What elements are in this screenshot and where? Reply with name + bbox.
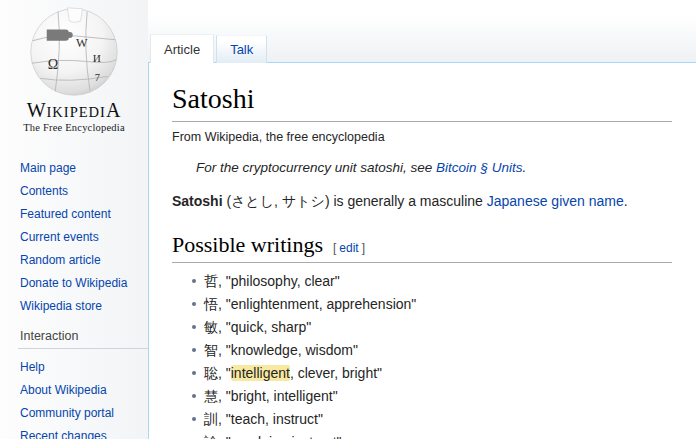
tab-article[interactable]: Article [150,34,214,63]
kanji-character: 敏 [204,319,218,335]
site-subtitle: From Wikipedia, the free encyclopedia [172,130,672,144]
wikipedia-globe-icon: Ω W И 7 [27,5,121,99]
globe-glyph-7: 7 [95,72,100,83]
writings-item: 智, "knowledge, wisdom" [191,342,672,358]
edit-bracket-open: [ [333,241,336,255]
sidebar: Ω W И 7 WIKIPEDIA The Free Encyclopedia … [0,0,148,439]
sidebar-link-featured-content[interactable]: Featured content [20,207,111,221]
kanji-character: 哲 [204,273,218,289]
sidebar-link-contents[interactable]: Contents [20,184,68,198]
writings-item: 敏, "quick, sharp" [191,319,672,335]
lead-paragraph: Satoshi (さとし, サトシ) is generally a mascul… [172,192,672,211]
page-tabs: ArticleTalk [150,34,267,63]
writings-text: , clever, bright" [290,365,382,381]
hatnote: For the cryptocurrency unit satoshi, see… [196,160,672,175]
sidebar-nav-item: Featured content [20,204,148,222]
sidebar-nav-item: Random article [20,250,148,268]
globe-glyph-w: W [76,36,88,50]
sidebar-nav-item: Contents [20,181,148,199]
section-heading-possible-writings: Possible writings[edit] [172,233,672,263]
hatnote-period: . [522,160,526,175]
sidebar-link-current-events[interactable]: Current events [20,230,99,244]
tab-talk[interactable]: Talk [216,35,267,63]
sidebar-link-community-portal[interactable]: Community portal [20,406,114,420]
lead-subject: Satoshi [172,193,223,209]
writings-text: , "enlightenment, apprehension" [218,296,416,312]
section-heading-text: Possible writings [172,232,323,257]
kanji-character: 聡 [204,365,218,381]
writings-text: , "bright, intelligent" [218,388,338,404]
sidebar-nav-item: Wikipedia store [20,296,148,314]
japanese-given-name-link[interactable]: Japanese given name [487,193,624,209]
writings-item: 哲, "philosophy, clear" [191,273,672,289]
writings-item: 訓, "teach, instruct" [191,411,672,427]
kanji-character: 智 [204,342,218,358]
writings-text: , "quick, sharp" [218,319,311,335]
lead-text: (さとし, サトシ) is generally a masculine [223,193,487,209]
sidebar-link-help[interactable]: Help [20,360,45,374]
writings-text: , "knowledge, wisdom" [218,342,358,358]
kanji-character: 諭 [204,434,218,439]
sidebar-link-random-article[interactable]: Random article [20,253,101,267]
writings-text: , "proclaim, instruct" [218,434,342,439]
writings-item: 悟, "enlightenment, apprehension" [191,296,672,312]
writings-text: , "philosophy, clear" [218,273,340,289]
kanji-character: 悟 [204,296,218,312]
sidebar-link-about-wikipedia[interactable]: About Wikipedia [20,383,107,397]
sidebar-section-title: Interaction [18,329,148,349]
kanji-character: 訓 [204,411,218,427]
writings-item: 諭, "proclaim, instruct" [191,434,672,439]
writings-text: , " [218,365,231,381]
globe-glyph-omega: Ω [48,56,58,72]
sidebar-sections: InteractionHelpAbout WikipediaCommunity … [0,329,148,439]
sidebar-nav-item: About Wikipedia [20,380,148,398]
kanji-character: 慧 [204,388,218,404]
writings-item: 慧, "bright, intelligent" [191,388,672,404]
hatnote-text: For the cryptocurrency unit satoshi, see [196,160,436,175]
possible-writings-list: 哲, "philosophy, clear"悟, "enlightenment,… [172,273,672,439]
edit-section: [edit] [333,241,365,255]
content-area: Satoshi From Wikipedia, the free encyclo… [148,62,696,439]
writings-text: , "teach, instruct" [218,411,323,427]
edit-bracket-close: ] [362,241,365,255]
sidebar-nav-item: Donate to Wikipedia [20,273,148,291]
search-highlight: intelligent [231,365,290,381]
sidebar-link-donate-to-wikipedia[interactable]: Donate to Wikipedia [20,276,127,290]
sidebar-primary-nav: Main pageContentsFeatured contentCurrent… [0,158,148,314]
globe-glyph-i: И [93,52,101,64]
edit-link[interactable]: edit [339,241,358,255]
wikipedia-page: Ω W И 7 WIKIPEDIA The Free Encyclopedia … [0,0,696,439]
sidebar-link-recent-changes[interactable]: Recent changes [20,429,107,439]
wikipedia-tagline: The Free Encyclopedia [0,122,148,133]
writings-item: 聡, "intelligent, clever, bright" [191,365,672,381]
sidebar-section-links: HelpAbout WikipediaCommunity portalRecen… [0,357,148,439]
sidebar-nav-item: Help [20,357,148,375]
wikipedia-logo[interactable]: Ω W И 7 WIKIPEDIA The Free Encyclopedia [0,0,148,133]
sidebar-section-interaction: InteractionHelpAbout WikipediaCommunity … [0,329,148,439]
bitcoin-units-link[interactable]: Bitcoin § Units [436,160,522,175]
sidebar-nav-item: Main page [20,158,148,176]
sidebar-link-main-page[interactable]: Main page [20,161,76,175]
article: Satoshi From Wikipedia, the free encyclo… [149,63,696,439]
sidebar-nav-item: Recent changes [20,426,148,439]
article-title: Satoshi [172,83,672,122]
sidebar-nav-item: Community portal [20,403,148,421]
lead-period: . [624,193,628,209]
wikipedia-wordmark: WIKIPEDIA [0,100,148,120]
sidebar-nav-item: Current events [20,227,148,245]
sidebar-link-wikipedia-store[interactable]: Wikipedia store [20,299,102,313]
